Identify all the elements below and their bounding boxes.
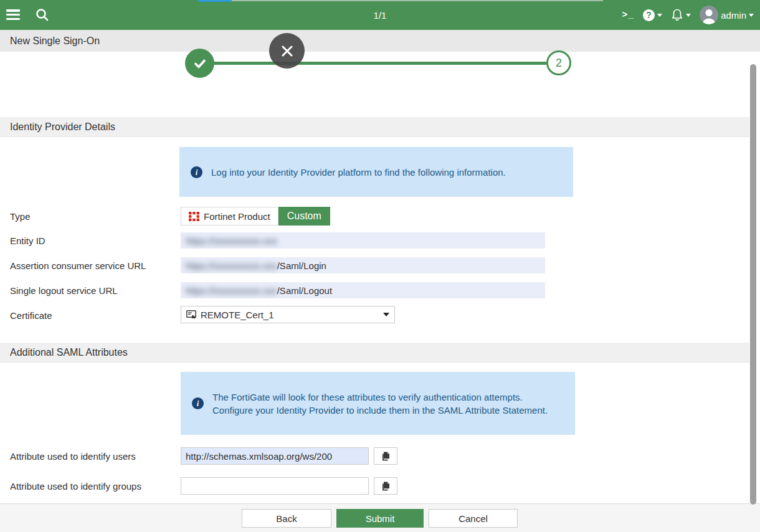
admin-username: admin <box>721 10 746 21</box>
idp-info-box: i Log into your Identity Provider platfo… <box>179 147 573 197</box>
section-header-idp: Identity Provider Details <box>0 117 760 137</box>
fortigate-sso-wizard: 1/1 >_ ? admin New Single Sign-On <box>0 0 760 532</box>
cli-console-icon[interactable]: >_ <box>622 10 634 21</box>
copy-icon <box>381 481 391 492</box>
attr-users-label: Attribute used to identify users <box>10 447 136 465</box>
help-icon: ? <box>643 9 655 21</box>
close-icon <box>280 44 294 58</box>
slo-url-field[interactable]: https://xxxxxxxxxx.xxx /Saml/Logout <box>181 282 545 298</box>
slo-url-label: Single logout service URL <box>10 282 118 299</box>
certificate-dropdown[interactable]: REMOTE_Cert_1 <box>181 306 395 323</box>
stepper-step1-complete <box>185 49 214 78</box>
acs-url-suffix: /Saml/Login <box>277 260 326 271</box>
cancel-button[interactable]: Cancel <box>429 509 518 528</box>
dropdown-caret-icon <box>383 313 389 316</box>
check-icon <box>192 56 207 71</box>
browser-edge-artifact <box>232 0 603 1</box>
stepper-progress-line <box>213 62 547 65</box>
idp-info-text: Log into your Identity Provider platform… <box>211 166 506 179</box>
entity-id-field[interactable]: https://xxxxxxxxxx.xxx <box>181 232 545 249</box>
info-icon: i <box>191 166 202 178</box>
certificate-label: Certificate <box>10 306 52 324</box>
attr-groups-input[interactable] <box>181 477 369 495</box>
type-segmented-control: Fortinet Product Custom <box>181 207 330 226</box>
wizard-footer: Back Submit Cancel <box>0 503 760 532</box>
notifications-menu[interactable] <box>671 8 691 22</box>
attr-users-input[interactable] <box>181 447 369 465</box>
slo-url-suffix: /Saml/Logout <box>277 285 332 296</box>
top-navbar: 1/1 >_ ? admin <box>0 0 760 30</box>
submit-button[interactable]: Submit <box>336 509 424 528</box>
scrollbar-thumb[interactable] <box>750 64 756 505</box>
browser-edge-artifact <box>198 0 232 2</box>
type-option-label: Fortinet Product <box>204 211 270 222</box>
type-option-fortinet-product[interactable]: Fortinet Product <box>181 207 278 226</box>
avatar <box>700 6 718 24</box>
certificate-value: REMOTE_Cert_1 <box>201 310 383 320</box>
certificate-icon <box>186 310 196 319</box>
help-menu[interactable]: ? <box>643 9 662 21</box>
chevron-down-icon <box>749 14 754 17</box>
stepper-step2: 2 <box>546 50 571 75</box>
section-header-saml-attributes: Additional SAML Attributes <box>0 343 760 363</box>
entity-id-redacted-value: https://xxxxxxxxxx.xxx <box>186 235 277 246</box>
back-button[interactable]: Back <box>242 509 331 528</box>
type-option-custom-selected[interactable]: Custom <box>278 207 330 226</box>
saml-info-text: The FortiGate will look for these attrib… <box>212 391 552 417</box>
page-title: New Single Sign-On <box>0 30 760 52</box>
copy-icon <box>381 451 391 462</box>
chevron-down-icon <box>686 14 691 17</box>
close-button[interactable] <box>269 33 305 69</box>
admin-menu[interactable]: admin <box>700 6 754 24</box>
acs-url-redacted-value: https://xxxxxxxxxx.xxx <box>186 260 277 271</box>
entity-id-label: Entity ID <box>10 232 45 249</box>
info-icon: i <box>192 397 204 409</box>
type-label: Type <box>10 207 31 225</box>
saml-info-box: i The FortiGate will look for these attr… <box>181 372 575 435</box>
slo-url-redacted-value: https://xxxxxxxxxx.xxx <box>186 285 277 296</box>
acs-url-label: Assertion consumer service URL <box>10 257 146 274</box>
chevron-down-icon <box>657 14 662 17</box>
acs-url-field[interactable]: https://xxxxxxxxxx.xxx /Saml/Login <box>181 257 545 273</box>
type-option-label: Custom <box>287 211 321 222</box>
attr-groups-label: Attribute used to identify groups <box>10 477 141 495</box>
attr-groups-copy-button[interactable] <box>374 477 397 495</box>
attr-users-copy-button[interactable] <box>374 447 397 465</box>
bell-icon <box>671 8 683 22</box>
fortinet-logo-icon <box>189 212 199 221</box>
